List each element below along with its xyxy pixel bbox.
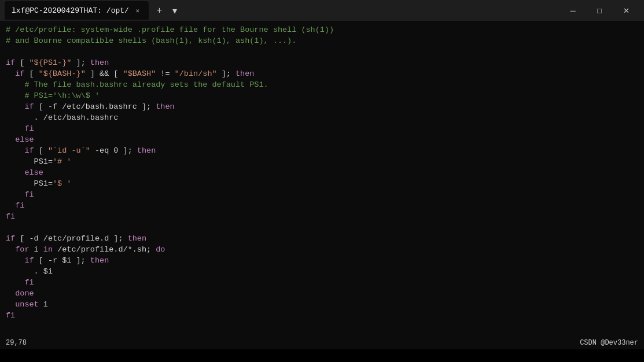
code-line-14: else [6, 167, 638, 178]
code-line-8: if [ -f /etc/bash.bashrc ]; then [6, 101, 638, 112]
tab-label: lxf@PC-20200429THAT: /opt/ [12, 6, 129, 15]
code-line-2: # and Bourne compatible shells (bash(1),… [6, 35, 638, 46]
code-line-18: fi [6, 211, 638, 222]
statusbar: 29,78 CSDN @Dev33ner [0, 337, 644, 349]
status-info: CSDN @Dev33ner [580, 338, 638, 349]
cursor-position: 29,78 [6, 338, 27, 349]
code-line-15: PS1='$ ' [6, 178, 638, 189]
code-line-5: if [ "${BASH-}" ] && [ "$BASH" != "/bin/… [6, 68, 638, 79]
code-line-11: else [6, 134, 638, 145]
minimize-button[interactable]: ─ [560, 0, 586, 21]
new-tab-button[interactable]: + [153, 4, 165, 17]
code-line-7: # PS1='\h:\w\$ ' [6, 90, 638, 101]
code-line-6: # The file bash.bashrc already sets the … [6, 79, 638, 90]
code-line-10: fi [6, 123, 638, 134]
terminal-tab[interactable]: lxf@PC-20200429THAT: /opt/ ✕ [5, 1, 149, 20]
code-line-20: if [ -d /etc/profile.d ]; then [6, 233, 638, 244]
maximize-button[interactable]: □ [586, 0, 613, 21]
status-right: CSDN @Dev33ner [580, 338, 638, 349]
new-tab-actions: + ▾ [153, 4, 181, 17]
dropdown-button[interactable]: ▾ [169, 4, 181, 17]
code-line-26: unset i [6, 299, 638, 310]
code-line-17: fi [6, 200, 638, 211]
code-line-12: if [ "`id -u`" -eq 0 ]; then [6, 145, 638, 156]
close-window-button[interactable]: ✕ [613, 0, 639, 21]
code-line-27: fi [6, 310, 638, 321]
code-line-1: # /etc/profile: system-wide .profile fil… [6, 24, 638, 35]
code-line-3 [6, 46, 638, 57]
code-line-23: . $i [6, 266, 638, 277]
code-line-28 [6, 321, 638, 332]
tab-close-button[interactable]: ✕ [134, 6, 142, 14]
code-line-4: if [ "${PS1-}" ]; then [6, 57, 638, 68]
code-line-25: done [6, 288, 638, 299]
code-line-21: for i in /etc/profile.d/*.sh; do [6, 244, 638, 255]
code-line-16: fi [6, 189, 638, 200]
code-line-9: . /etc/bash.bashrc [6, 112, 638, 123]
code-line-24: fi [6, 277, 638, 288]
code-line-13: PS1='# ' [6, 156, 638, 167]
code-line-22: if [ -r $i ]; then [6, 255, 638, 266]
titlebar: lxf@PC-20200429THAT: /opt/ ✕ + ▾ ─ □ ✕ [0, 0, 644, 21]
window-controls: ─ □ ✕ [560, 0, 639, 21]
code-line-19 [6, 222, 638, 233]
terminal-content: # /etc/profile: system-wide .profile fil… [0, 21, 644, 349]
